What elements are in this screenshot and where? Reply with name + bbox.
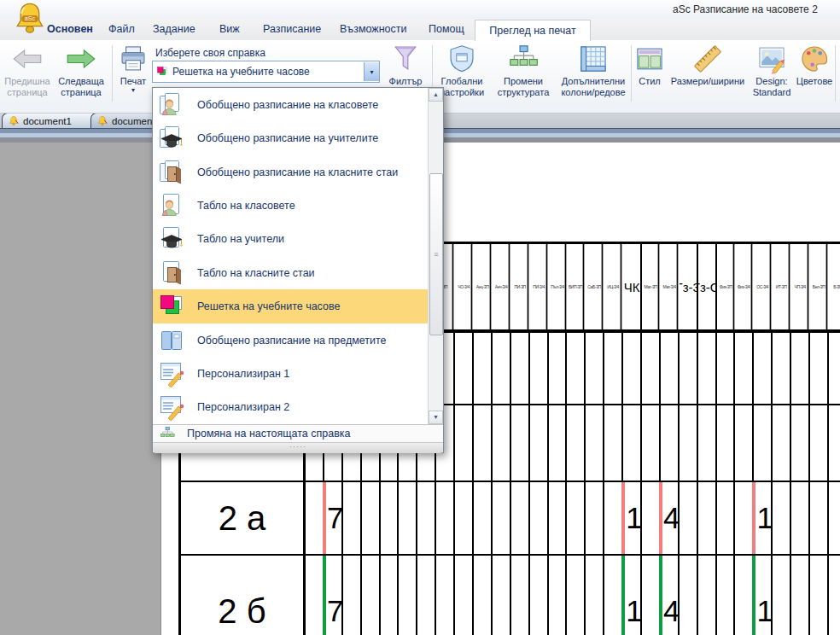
report-option-label: Обобщено разписание на класовете <box>197 99 378 111</box>
grid-cell <box>791 482 810 554</box>
grid-cell <box>810 333 829 404</box>
grid-column-header: ЧП-3/4 <box>793 244 809 329</box>
pages-door-icon <box>158 159 185 186</box>
grid-cell <box>698 482 717 554</box>
grid-cell <box>773 556 791 635</box>
print-button[interactable]: Печат ▾ <box>114 44 152 94</box>
menu-item-1[interactable]: Основен <box>47 19 93 40</box>
grid-column-header: ЧО-3/4 <box>457 244 473 329</box>
tab-print-preview[interactable]: Преглед на печат <box>475 20 591 41</box>
grid-column-header: СаБ-3П <box>587 244 604 329</box>
grid-cell <box>381 556 400 635</box>
report-list-panel: Обобщено разписание на класоветеОбобщено… <box>152 87 444 453</box>
report-option-label: Решетка на учебните часове <box>197 300 340 312</box>
marker-line <box>323 482 326 554</box>
grid-cell <box>642 405 661 481</box>
report-option-5[interactable]: Табло на учители <box>153 223 429 256</box>
grid-cell <box>810 556 829 635</box>
marker-line <box>621 482 625 554</box>
report-option-9[interactable]: Персонализиран 1 <box>153 357 429 390</box>
grid-cell <box>343 482 362 554</box>
grid-cell <box>829 405 840 481</box>
grid-cell <box>567 556 586 635</box>
grid-cell <box>773 482 791 554</box>
change-structure-button[interactable]: Промени структурата <box>491 44 556 98</box>
lesson-count: 1 <box>756 556 773 635</box>
report-option-8[interactable]: Обобщено разписание на предметите <box>153 323 429 357</box>
report-option-2[interactable]: Обобщено разписание на учителите <box>153 121 429 154</box>
grid-cell <box>567 333 586 404</box>
menu-item-6[interactable]: Възможности <box>340 19 406 40</box>
grid-column-header: Гз-О <box>698 244 717 329</box>
grid-cell <box>455 405 474 481</box>
report-option-3[interactable]: Обобщено разписание на класните стаи <box>153 155 429 189</box>
grid-column-header: ОС-3/4 <box>755 244 772 329</box>
grid-cell: 1 <box>754 482 773 554</box>
grid-cell <box>399 482 417 554</box>
scroll-down-button[interactable]: ▼ <box>429 411 443 424</box>
menu-item-4[interactable]: Виж <box>219 19 240 40</box>
menu-item-7[interactable]: Помощ <box>429 19 464 40</box>
grid-cell <box>511 482 530 554</box>
resize-grip[interactable]: ····· <box>153 442 443 453</box>
report-option-6[interactable]: Табло на класните стаи <box>153 256 429 289</box>
grid-cell <box>604 482 623 554</box>
menu-item-3[interactable]: Задание <box>153 19 195 40</box>
extra-columns-rows-button[interactable]: Допълнителни колони/редове <box>557 44 629 98</box>
grid-cell <box>604 333 623 404</box>
grid-cell <box>586 482 604 554</box>
design-button[interactable]: Design: Standard <box>749 44 795 98</box>
grid-cell: 1 <box>754 556 773 635</box>
print-menu-arrow-icon[interactable]: ▾ <box>114 87 152 94</box>
grid-cell <box>810 482 829 554</box>
report-option-7[interactable]: Решетка на учебните часове <box>153 289 429 323</box>
grid-cell <box>381 482 400 554</box>
grid-cell <box>680 333 698 404</box>
report-option-10[interactable]: Персонализиран 2 <box>153 391 429 424</box>
grid-cell: 4 <box>661 482 680 554</box>
grid-column-header: ПИ-3/4 <box>531 244 547 329</box>
sizes-widths-button[interactable]: Размери/ширини <box>668 44 747 87</box>
books-icon <box>158 327 185 354</box>
marker-line <box>752 556 755 635</box>
grid-cell <box>791 333 810 404</box>
grid-cell <box>306 482 324 554</box>
grid-cell <box>474 333 493 404</box>
document-tab-1[interactable]: document1 <box>2 113 100 128</box>
grid-cell <box>586 405 604 481</box>
grid-cell <box>642 333 661 404</box>
bell-icon <box>8 115 20 127</box>
grid-cell <box>754 333 773 404</box>
previous-page-button[interactable]: Предишна страница <box>3 44 52 98</box>
grid-cell <box>474 556 493 635</box>
class-label: 2 б <box>181 556 306 635</box>
report-option-4[interactable]: Табло на класовете <box>153 189 429 222</box>
style-button[interactable]: Стил <box>633 44 667 87</box>
grid-cell <box>530 333 549 404</box>
scroll-up-button[interactable]: ▲ <box>429 88 443 102</box>
grid-cell <box>511 556 530 635</box>
menu-item-2[interactable]: Файл <box>108 19 135 40</box>
grid-column-header: Анц-3П <box>475 244 492 329</box>
title-bar: aSc Разписание на часовете 2 <box>0 0 840 20</box>
ruler-icon <box>692 44 723 74</box>
menu-item-5[interactable]: Разписание <box>263 19 321 40</box>
filter-button[interactable]: Филтър <box>382 44 429 87</box>
report-list-scrollbar[interactable]: ▲ ≡ ▼ <box>428 88 443 424</box>
grid-column-header: Мат-3/4 <box>662 244 679 329</box>
grid-cell <box>362 482 381 554</box>
edit-current-report-item[interactable]: Промяна на настоящата справка <box>153 424 443 442</box>
combobox-dropdown-button[interactable]: ▾ <box>364 62 379 81</box>
svg-text:aSc: aSc <box>25 15 36 22</box>
grid-column-header: Анч-3/4 <box>494 244 510 329</box>
page-door-icon <box>158 259 185 287</box>
report-combobox[interactable]: Решетка на учебните часове ▾ <box>152 61 380 83</box>
colors-button[interactable]: Цветове <box>795 44 834 87</box>
lesson-count: 1 <box>626 482 642 554</box>
report-option-1[interactable]: Обобщено разписание на класовете <box>153 88 429 121</box>
report-option-label: Персонализиран 2 <box>197 401 289 413</box>
report-option-label: Табло на класните стаи <box>197 267 315 279</box>
grid-cell <box>474 482 493 554</box>
next-page-button[interactable]: Следваща страница <box>55 44 108 98</box>
scrollbar-thumb[interactable]: ≡ <box>429 173 443 335</box>
